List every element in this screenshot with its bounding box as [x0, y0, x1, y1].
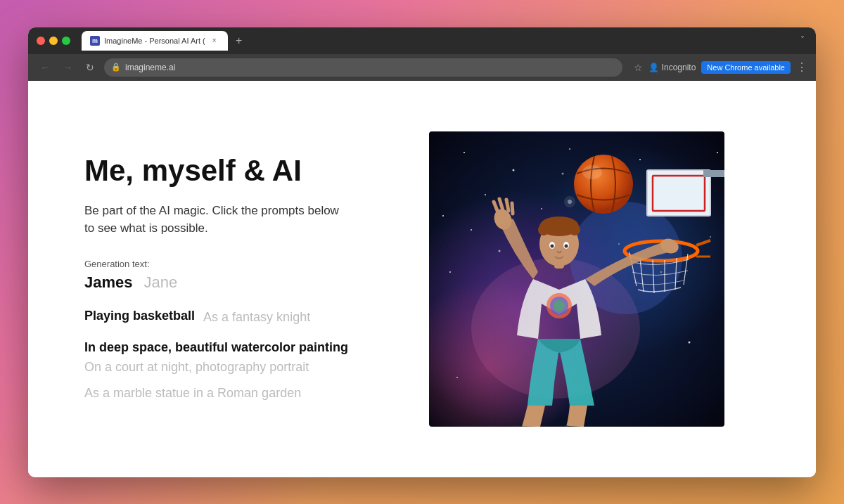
svg-rect-63: [429, 131, 724, 427]
tab-favicon: m: [90, 36, 100, 46]
url-text: imagineme.ai: [125, 63, 615, 72]
address-input[interactable]: 🔒 imagineme.ai: [104, 58, 622, 77]
basketball-painting: [429, 131, 724, 427]
activity-inactive[interactable]: As a fantasy knight: [203, 309, 310, 326]
browser-window: m ImagineMe - Personal AI Art ( × + ˅ ← …: [28, 27, 816, 477]
image-section: [394, 131, 760, 427]
setting-active[interactable]: In deep space, beautiful watercolor pain…: [84, 340, 348, 355]
incognito-button[interactable]: 👤 Incognito: [648, 63, 696, 72]
address-actions: ☆ 👤 Incognito New Chrome available ⋮: [634, 60, 807, 74]
page-subtitle: Be part of the AI magic. Click the promp…: [84, 202, 352, 238]
address-bar: ← → ↻ 🔒 imagineme.ai ☆ 👤 Incognito New C…: [28, 54, 816, 81]
lock-icon: 🔒: [111, 63, 121, 72]
activity-active[interactable]: Playing basketball: [84, 309, 195, 323]
new-tab-button[interactable]: +: [231, 32, 248, 49]
incognito-icon: 👤: [648, 63, 659, 72]
close-button[interactable]: [37, 37, 45, 45]
tabs-chevron-icon: ˅: [800, 35, 807, 46]
incognito-label: Incognito: [662, 63, 696, 72]
generation-label: Generation text:: [84, 259, 352, 269]
page-title: Me, myself & AI: [84, 155, 352, 187]
name-row: James Jane: [84, 273, 352, 292]
traffic-lights: [37, 37, 70, 45]
tab-title: ImagineMe - Personal AI Art (: [104, 37, 205, 45]
name-inactive[interactable]: Jane: [144, 273, 178, 292]
new-chrome-button[interactable]: New Chrome available: [701, 61, 791, 74]
active-tab[interactable]: m ImagineMe - Personal AI Art ( ×: [82, 31, 228, 51]
bookmark-icon[interactable]: ☆: [634, 62, 643, 73]
setting-inactive-2[interactable]: As a marble statue in a Roman garden: [84, 384, 301, 403]
name-active[interactable]: James: [84, 273, 133, 292]
tab-close-icon[interactable]: ×: [210, 36, 219, 46]
setting-block: In deep space, beautiful watercolor pain…: [84, 340, 352, 403]
tabs-area: m ImagineMe - Personal AI Art ( × +: [76, 31, 795, 51]
refresh-button[interactable]: ↻: [82, 59, 98, 76]
title-bar: m ImagineMe - Personal AI Art ( × + ˅: [28, 27, 816, 54]
back-button[interactable]: ←: [37, 59, 53, 76]
minimize-button[interactable]: [49, 37, 58, 45]
maximize-button[interactable]: [62, 37, 70, 45]
setting-inactive-1[interactable]: On a court at night, photography portrai…: [84, 358, 309, 377]
text-section: Me, myself & AI Be part of the AI magic.…: [84, 155, 352, 402]
activity-row: Playing basketball As a fantasy knight: [84, 309, 352, 326]
forward-button[interactable]: →: [59, 59, 76, 76]
browser-menu-icon[interactable]: ⋮: [796, 60, 807, 74]
page-content: Me, myself & AI Be part of the AI magic.…: [28, 81, 816, 477]
